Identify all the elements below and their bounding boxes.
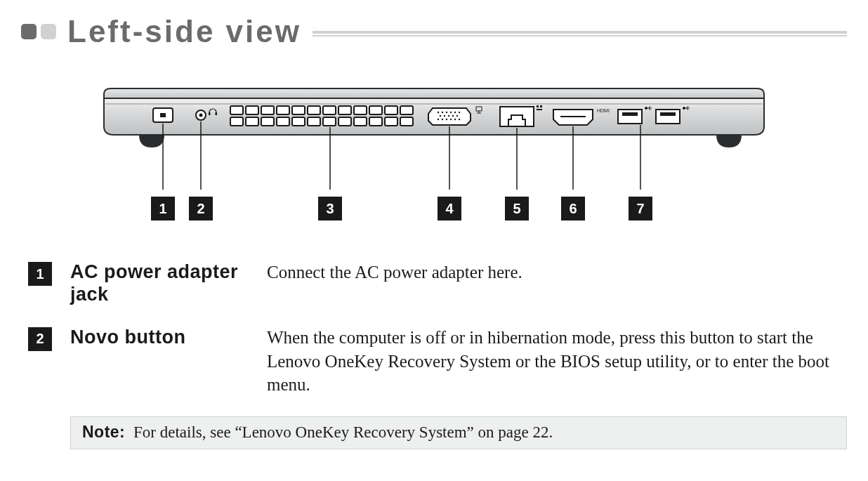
svg-rect-10 <box>277 106 289 114</box>
callout-box: 3 <box>318 197 342 220</box>
svg-rect-2 <box>160 113 166 117</box>
callout-box: 1 <box>151 197 175 220</box>
svg-rect-22 <box>277 117 289 126</box>
svg-rect-21 <box>261 117 274 126</box>
svg-rect-5 <box>209 112 211 115</box>
svg-rect-25 <box>323 117 336 126</box>
side-view-diagram: HDMI <box>97 84 771 222</box>
svg-rect-7 <box>230 106 243 114</box>
svg-rect-13 <box>323 106 336 114</box>
svg-rect-28 <box>369 117 382 126</box>
item-list: 1 AC power adapter jack Connect the AC p… <box>28 261 840 397</box>
svg-rect-19 <box>230 117 243 126</box>
svg-point-39 <box>448 115 449 117</box>
svg-rect-8 <box>246 106 258 114</box>
svg-rect-59 <box>656 110 680 124</box>
section-heading: Left-side view <box>60 14 313 49</box>
manual-page: Left-side view <box>0 0 868 481</box>
svg-point-34 <box>450 112 452 113</box>
svg-point-46 <box>454 119 456 120</box>
svg-point-38 <box>444 115 445 117</box>
svg-rect-20 <box>246 117 258 126</box>
svg-rect-14 <box>338 106 351 114</box>
svg-point-37 <box>440 115 441 117</box>
svg-rect-26 <box>338 117 351 126</box>
svg-point-35 <box>454 112 456 113</box>
svg-rect-18 <box>400 106 413 114</box>
item-number-box: 1 <box>28 262 52 286</box>
svg-point-4 <box>199 114 203 117</box>
callout-box: 2 <box>189 197 213 220</box>
item-description: When the computer is off or in hibernati… <box>267 326 840 397</box>
heading-rule <box>313 31 847 37</box>
svg-rect-11 <box>292 106 305 114</box>
svg-rect-30 <box>400 117 413 126</box>
svg-rect-29 <box>385 117 397 126</box>
item-number-box: 2 <box>28 327 52 351</box>
note-box: Note: For details, see “Lenovo OneKey Re… <box>70 416 847 449</box>
section-heading-row: Left-side view <box>21 14 847 49</box>
list-item: 2 Novo button When the computer is off o… <box>28 326 840 397</box>
svg-rect-23 <box>292 117 305 126</box>
svg-rect-6 <box>216 112 218 115</box>
item-term: Novo button <box>70 326 267 348</box>
callout-row: 1 2 3 4 5 6 7 <box>97 197 771 222</box>
list-item: 1 AC power adapter jack Connect the AC p… <box>28 261 840 306</box>
svg-point-44 <box>446 119 447 120</box>
svg-rect-54 <box>537 109 542 110</box>
svg-rect-24 <box>308 117 320 126</box>
svg-point-47 <box>459 119 460 120</box>
svg-point-45 <box>450 119 452 120</box>
svg-point-31 <box>438 112 439 113</box>
svg-point-42 <box>438 119 439 120</box>
svg-rect-16 <box>369 106 382 114</box>
note-text: For details, see “Lenovo OneKey Recovery… <box>133 423 553 441</box>
svg-point-36 <box>459 112 460 113</box>
callout-box: 5 <box>505 197 529 220</box>
svg-rect-52 <box>537 105 539 107</box>
callout-box: 7 <box>629 197 652 220</box>
svg-rect-15 <box>354 106 367 114</box>
svg-point-40 <box>452 115 454 117</box>
svg-point-33 <box>446 112 447 113</box>
svg-rect-60 <box>660 112 676 116</box>
item-term: AC power adapter jack <box>70 261 267 306</box>
ac-power-jack-icon <box>153 108 173 122</box>
svg-point-32 <box>442 112 443 113</box>
svg-point-41 <box>456 115 458 117</box>
callout-box: 4 <box>438 197 461 220</box>
svg-rect-58 <box>622 112 638 116</box>
svg-rect-12 <box>308 106 320 114</box>
item-description: Connect the AC power adapter here. <box>267 261 840 284</box>
svg-rect-53 <box>540 105 542 107</box>
bullet-icon <box>41 24 56 39</box>
callout-box: 6 <box>561 197 585 220</box>
svg-rect-9 <box>261 106 274 114</box>
svg-rect-27 <box>354 117 367 126</box>
bullet-icon <box>21 24 37 39</box>
note-label: Note: <box>82 423 125 441</box>
svg-point-43 <box>442 119 443 120</box>
svg-rect-57 <box>618 110 642 124</box>
svg-text:HDMI: HDMI <box>597 108 610 113</box>
svg-rect-17 <box>385 106 397 114</box>
